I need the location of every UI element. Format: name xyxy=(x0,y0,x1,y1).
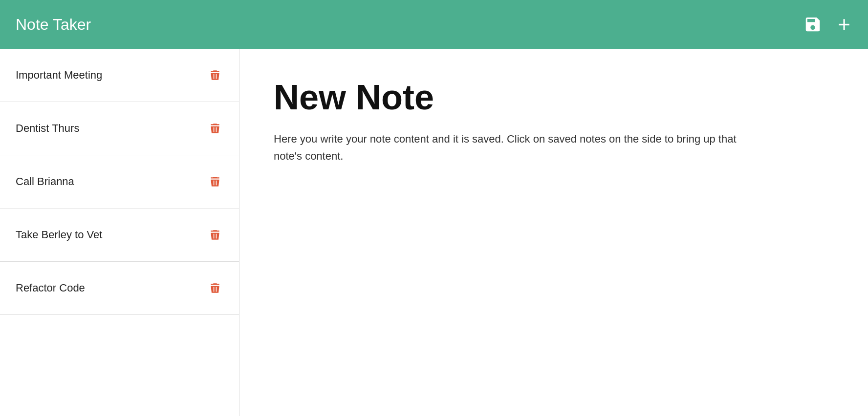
save-button[interactable] xyxy=(802,13,824,36)
notes-sidebar: Important Meeting Dentist Thurs Call Bri… xyxy=(0,49,239,416)
save-icon xyxy=(803,15,822,34)
trash-icon xyxy=(209,228,221,242)
note-list-item[interactable]: Refactor Code xyxy=(0,262,239,315)
trash-icon xyxy=(209,281,221,295)
note-list-item[interactable]: Call Brianna xyxy=(0,155,239,208)
delete-note-button[interactable] xyxy=(207,120,223,137)
note-item-title: Refactor Code xyxy=(16,282,85,294)
note-item-title: Call Brianna xyxy=(16,175,74,188)
note-item-title: Dentist Thurs xyxy=(16,122,79,135)
note-list-item[interactable]: Dentist Thurs xyxy=(0,102,239,155)
note-editor: New Note Here you write your note conten… xyxy=(239,49,868,416)
plus-icon: + xyxy=(838,14,850,35)
note-item-title: Important Meeting xyxy=(16,69,102,82)
delete-note-button[interactable] xyxy=(207,66,223,84)
note-editor-title: New Note xyxy=(274,78,834,117)
header-actions: + xyxy=(802,12,852,37)
trash-icon xyxy=(209,122,221,135)
note-list-item[interactable]: Important Meeting xyxy=(0,49,239,102)
delete-note-button[interactable] xyxy=(207,279,223,297)
trash-icon xyxy=(209,68,221,82)
main-content: Important Meeting Dentist Thurs Call Bri… xyxy=(0,49,868,416)
delete-note-button[interactable] xyxy=(207,173,223,190)
note-item-title: Take Berley to Vet xyxy=(16,229,102,241)
add-note-button[interactable]: + xyxy=(836,12,852,37)
app-header: Note Taker + xyxy=(0,0,868,49)
trash-icon xyxy=(209,175,221,188)
delete-note-button[interactable] xyxy=(207,226,223,244)
note-list-item[interactable]: Take Berley to Vet xyxy=(0,208,239,262)
app-title: Note Taker xyxy=(16,16,91,34)
note-editor-content: Here you write your note content and it … xyxy=(274,130,738,165)
